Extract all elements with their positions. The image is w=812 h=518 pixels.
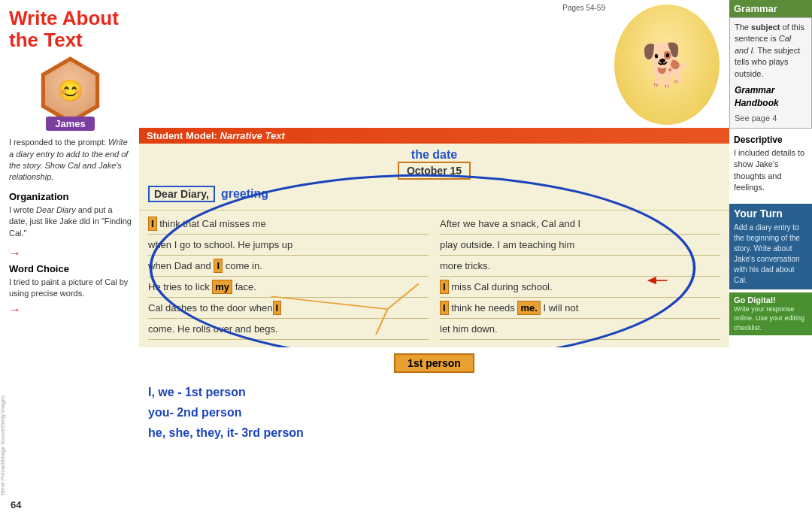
highlight-my: my [212, 280, 232, 294]
left-sidebar: Write About the Text 😊 James I responded… [0, 0, 139, 518]
page: Write About the Text 😊 James I responded… [0, 0, 812, 518]
student-photo-container: 😊 James [9, 56, 132, 131]
highlight-i-r1: I [440, 280, 449, 294]
dog-illustration: 🐕 [614, 5, 720, 125]
greeting-box: Dear Diary, [148, 186, 215, 202]
diary-line-2: when I go to school. He jumps up [148, 235, 429, 256]
diary-line-6: come. He rolls over and begs. [148, 319, 429, 340]
organization-text: I wrote Dear Diary and put a date, just … [9, 204, 132, 239]
student-hexagon: 😊 [37, 56, 105, 124]
diary-line-r4: I miss Cal during school. [440, 277, 720, 298]
diary-body: I think that Cal misses me when I go to … [139, 211, 729, 347]
student-model-bar: Student Model: Narrative Text [139, 128, 729, 144]
page-title: Write About the Text [9, 8, 132, 50]
greeting-line: Dear Diary, greeting [148, 186, 720, 202]
person-list-item-2: you- 2nd person [148, 402, 720, 423]
model-bar-label: Student Model: [147, 130, 217, 141]
organization-section: Organization I wrote Dear Diary and put … [9, 191, 132, 317]
greeting-annotation: greeting [221, 187, 268, 201]
grammar-text: The subject of this sentence is Cal and … [735, 22, 807, 80]
organization-title: Organization [9, 191, 132, 202]
prompt-text: I responded to the prompt: Write a diary… [9, 137, 132, 183]
person-list: I, we - 1st person you- 2nd person he, s… [148, 382, 720, 444]
greeting-section: Dear Diary, greeting [139, 183, 729, 211]
descriptive-title: Descriptive [729, 135, 812, 145]
person-list-item-1: I, we - 1st person [148, 382, 720, 402]
first-person-label: 1st person [394, 353, 474, 373]
diary-date: October 15 [398, 162, 471, 180]
grammar-see: See page 4 [735, 113, 807, 124]
diary-line-1: I think that Cal misses me [148, 214, 429, 235]
diary-line-r3: more tricks. [440, 256, 720, 277]
word-choice-title: Word Choice [9, 263, 132, 274]
main-wrapper: Pages 54-59 🐕 Student Model: Narrative T… [139, 0, 729, 518]
highlight-i-3: I [273, 301, 282, 315]
diary-line-5: Cal dashes to the door whenI [148, 298, 429, 319]
main-content: Pages 54-59 🐕 Student Model: Narrative T… [139, 0, 729, 518]
title-section: Write About the Text [9, 8, 132, 50]
diary-line-r2: play outside. I am teaching him [440, 235, 720, 256]
diary-line-3: when Dad and I come in. [148, 256, 429, 277]
go-digital-box[interactable]: Go Digital! Write your response online. … [729, 292, 812, 336]
bottom-annotations: 1st person I, we - 1st person you- 2nd p… [139, 347, 729, 444]
right-sidebar: Grammar The subject of this sentence is … [729, 0, 812, 518]
your-turn-box: Your Turn Add a diary entry to the begin… [729, 204, 812, 289]
grammar-content: The subject of this sentence is Cal and … [729, 17, 812, 129]
date-annotation-label: the date [139, 148, 729, 162]
go-digital-title: Go Digital! [734, 295, 807, 304]
diary-left-column: I think that Cal misses me when I go to … [148, 214, 429, 340]
person-list-item-3: he, she, they, it- 3rd person [148, 423, 720, 443]
highlight-i-2: I [214, 259, 223, 273]
student-avatar: 😊 [41, 61, 100, 120]
photo-credit: Steve Prezant/Image Source/Getty Images [0, 395, 5, 495]
grammar-box-header: Grammar [729, 0, 812, 17]
your-turn-title: Your Turn [734, 208, 807, 220]
student-name: James [46, 117, 94, 131]
diary-line-4: He tries to lick my face. [148, 277, 429, 298]
descriptive-text: I included details to show Jake's though… [729, 145, 812, 196]
diary-line-r5: I think he needs me. I will not [440, 298, 720, 319]
grammar-handbook-link[interactable]: Grammar Handbook [735, 84, 807, 110]
diary-grid: I think that Cal misses me when I go to … [148, 214, 720, 340]
diary-line-r6: let him down. [440, 319, 720, 340]
model-bar-type: Narrative Text [220, 130, 285, 141]
diary-line-r1: After we have a snack, Cal and I [440, 214, 720, 235]
diary-section: the date October 15 Dear Diary, greeting [139, 144, 729, 347]
diary-right-column: After we have a snack, Cal and I play ou… [440, 214, 720, 340]
top-area: Pages 54-59 🐕 [139, 0, 729, 128]
your-turn-text: Add a diary entry to the beginning of th… [734, 223, 807, 286]
word-choice-text: I tried to paint a picture of Cal by usi… [9, 277, 132, 300]
highlight-i-r2: I [440, 301, 449, 315]
go-digital-text: Write your response online. Use your edi… [734, 304, 807, 333]
highlight-i-1: I [148, 217, 157, 231]
page-number: 64 [11, 499, 21, 510]
highlight-me: me. [517, 301, 540, 315]
date-section: the date October 15 [139, 144, 729, 183]
pages-label: Pages 54-59 [562, 4, 605, 12]
